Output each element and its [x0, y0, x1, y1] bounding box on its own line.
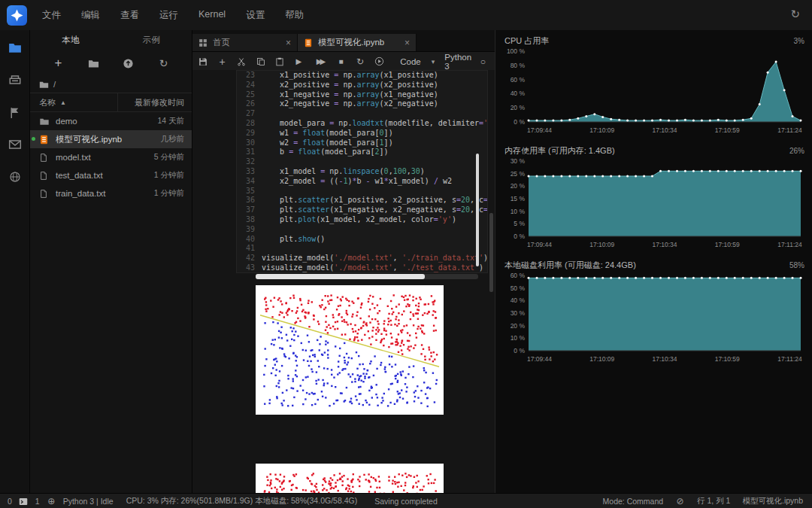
cell-vertical-scrollbar[interactable] [476, 154, 479, 266]
notifications-icon[interactable]: ⊘ [675, 497, 685, 506]
code-line[interactable]: 35 [237, 187, 487, 196]
paste-cells-icon[interactable] [275, 56, 284, 67]
running-sessions-icon[interactable] [8, 73, 22, 87]
restart-kernel-icon[interactable]: ↻ [356, 56, 365, 67]
kernel-count[interactable]: 1 [35, 497, 40, 506]
mail-icon[interactable] [8, 138, 22, 151]
code-line[interactable]: 25 x1_negative = np.array(x1_negative) [237, 90, 487, 100]
close-icon[interactable]: × [404, 38, 410, 48]
restart-run-all-icon[interactable] [374, 56, 384, 67]
code-line[interactable]: 33 x1_model = np.linspace(0,100,30) [237, 167, 487, 177]
code-line[interactable]: 32 [237, 157, 487, 167]
flag-icon[interactable] [8, 105, 22, 119]
code-line[interactable]: 24 x2_positive = np.array(x2_positive) [237, 81, 487, 90]
code-line[interactable]: 28 model_para = np.loadtxt(modelfile, de… [237, 119, 487, 129]
file-panel-tab-local[interactable]: 本地 [30, 35, 111, 46]
code-line[interactable]: 39 [237, 225, 487, 235]
kernel-name[interactable]: Python 3 [444, 53, 474, 71]
new-file-button[interactable]: + [50, 56, 65, 71]
code-line[interactable]: 23 x1_positive = np.array(x1_positive) [237, 71, 487, 81]
file-name: test_data.txt [56, 171, 123, 180]
mode-indicator[interactable]: Mode: Command [603, 497, 664, 506]
line-number: 30 [237, 138, 262, 148]
file-modified-time: 5 分钟前 [123, 152, 192, 163]
run-all-icon[interactable]: ▶▶ [314, 56, 327, 67]
svg-text:17:10:59: 17:10:59 [715, 241, 740, 248]
insert-cell-icon[interactable]: + [217, 56, 226, 67]
breadcrumb-root: / [53, 80, 56, 89]
menu-item[interactable]: 运行 [159, 9, 178, 22]
file-row[interactable]: model.txt5 分钟前 [30, 148, 192, 166]
breadcrumb[interactable]: / [30, 76, 192, 93]
notebook-scroll-area[interactable]: 23 x1_positive = np.array(x1_positive)24… [192, 70, 495, 493]
code-line[interactable]: 43visualize_model('./model.txt', './test… [237, 263, 487, 273]
kernel-status-text[interactable]: Python 3 | Idle [63, 497, 114, 506]
tab-notebook[interactable]: 模型可视化.ipynb × [298, 34, 417, 51]
svg-text:17:10:34: 17:10:34 [652, 241, 677, 248]
close-icon[interactable]: × [286, 38, 291, 48]
menu-item[interactable]: Kernel [198, 9, 226, 22]
globe-icon[interactable] [8, 170, 22, 184]
line-number: 38 [237, 215, 262, 225]
line-number: 35 [237, 187, 262, 196]
memory-chart-title: 内存使用率 (可用内存: 1.4GB) [504, 145, 615, 157]
file-name: demo [56, 117, 123, 126]
disk-usage-chart: 60 %50 %40 %30 %20 %10 %0 %17:09:4417:10… [504, 271, 804, 369]
cut-cells-icon[interactable] [237, 56, 246, 67]
cell-horizontal-scrollbar[interactable] [256, 274, 478, 279]
notebook-toolbar: + ▶ ▶▶ ■ ↻ Code ▾ Python 3 ○ [192, 52, 495, 71]
file-panel-tab-examples[interactable]: 示例 [111, 35, 192, 46]
cpu-chart-section: CPU 占用率 3% 100 %80 %60 %40 %20 %0 %17:09… [495, 30, 812, 140]
menu-item[interactable]: 帮助 [285, 9, 304, 22]
notebook-vertical-scrollbar[interactable] [489, 213, 493, 292]
refresh-files-icon[interactable]: ↻ [156, 56, 171, 71]
upload-icon[interactable] [121, 56, 136, 71]
code-line[interactable]: 26 x2_negative = np.array(x2_negative) [237, 99, 487, 109]
code-line[interactable]: 27 [237, 109, 487, 119]
column-header-modified[interactable]: 最新修改时间 [118, 97, 192, 108]
line-number: 37 [237, 205, 262, 215]
run-cell-icon[interactable]: ▶ [294, 56, 303, 67]
kernel-status-icon[interactable]: ○ [480, 56, 486, 67]
svg-text:30 %: 30 % [511, 309, 526, 317]
menu-item[interactable]: 编辑 [81, 9, 100, 22]
code-line[interactable]: 41 [237, 244, 487, 254]
code-line[interactable]: 36 plt.scatter(x1_positive, x2_positive,… [237, 196, 487, 205]
cursor-position[interactable]: 行 1, 列 1 [697, 496, 730, 506]
column-header-name[interactable]: 名称 ▲ [30, 93, 118, 111]
file-icon [39, 170, 50, 181]
menu-item[interactable]: 查看 [120, 9, 139, 22]
app-logo-icon[interactable] [7, 5, 27, 26]
menu-item[interactable]: 文件 [42, 9, 61, 22]
file-row[interactable]: 模型可视化.ipynb几秒前 [30, 130, 192, 148]
code-line[interactable]: 37 plt.scatter(x1_negative, x2_negative,… [237, 205, 487, 215]
terminal-count[interactable]: 0 [8, 497, 12, 506]
menu-item[interactable]: 设置 [246, 9, 265, 22]
cell-type-dropdown[interactable]: Code ▾ [400, 57, 435, 66]
refresh-icon[interactable]: ↻ [790, 8, 800, 21]
new-folder-icon[interactable] [86, 56, 101, 71]
output-scatter-plot-test [256, 464, 444, 493]
file-row[interactable]: demo14 天前 [30, 112, 192, 130]
tab-home[interactable]: 首页 × [192, 34, 298, 51]
interrupt-kernel-icon[interactable]: ■ [336, 56, 345, 67]
code-line[interactable]: 31 b = float(model_para[2]) [237, 148, 487, 157]
file-icon [39, 188, 50, 199]
sort-asc-icon: ▲ [60, 99, 66, 106]
svg-text:0 %: 0 % [514, 233, 525, 240]
code-cell-editor[interactable]: 23 x1_positive = np.array(x1_positive)24… [236, 70, 488, 273]
copy-cells-icon[interactable] [256, 56, 265, 67]
file-row[interactable]: train_data.txt1 分钟前 [30, 184, 192, 202]
code-line[interactable]: 42visualize_model('./model.txt', './trai… [237, 254, 487, 263]
save-icon[interactable] [198, 56, 208, 67]
disk-chart-section: 本地磁盘利用率 (可用磁盘: 24.4GB) 58% 60 %50 %40 %3… [495, 254, 812, 369]
file-browser-icon[interactable] [8, 41, 22, 54]
code-line[interactable]: 29 w1 = float(model_para[0]) [237, 129, 487, 138]
code-line[interactable]: 30 w2 = float(model_para[1]) [237, 138, 487, 148]
code-line[interactable]: 34 x2_model = ((-1)*b - w1*x1_model) / w… [237, 177, 487, 187]
code-line[interactable]: 40 plt.show() [237, 235, 487, 245]
file-name: train_data.txt [56, 189, 123, 198]
svg-text:0 %: 0 % [514, 118, 525, 126]
code-line[interactable]: 38 plt.plot(x1_model, x2_model, color='y… [237, 215, 487, 225]
file-row[interactable]: test_data.txt1 分钟前 [30, 166, 192, 184]
